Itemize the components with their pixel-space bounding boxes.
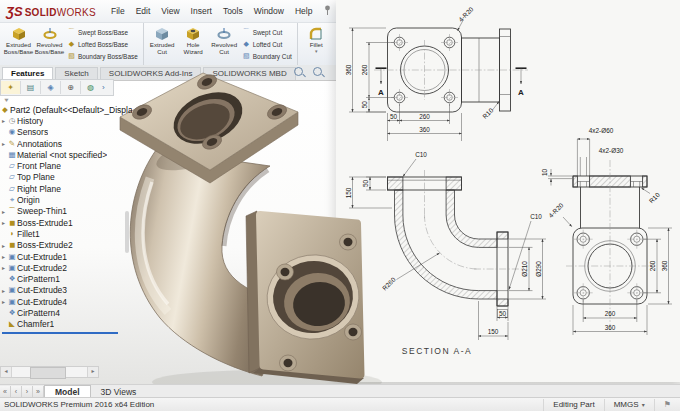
front-flange[interactable] — [246, 211, 364, 384]
tree-item-right-plane[interactable]: ▱Right Plane — [0, 183, 132, 194]
menu-tools[interactable]: Tools — [218, 3, 248, 19]
boundary-cut-icon: ▧ — [242, 52, 251, 60]
revolved-boss-base-button[interactable]: Revolved Boss/Base — [34, 24, 65, 64]
status-bar: SOLIDWORKS Premium 2016 x64 Edition Edit… — [0, 397, 680, 411]
feature-manager-panel: ✦ ▤ ◈ ⊕ ◍ › ▼ ◆ Part2 (Default<<Default>… — [0, 79, 132, 381]
boundary-boss-base-button[interactable]: ▧Boundary Boss/Base — [67, 52, 138, 60]
panel-tab-strip: ✦ ▤ ◈ ⊕ ◍ › — [0, 79, 114, 96]
expand-arrow-icon[interactable]: ▸ — [0, 208, 7, 215]
expand-arrow-icon[interactable]: ▸ — [0, 253, 7, 260]
feature-manager-tab-icon[interactable]: ✦ — [1, 81, 21, 94]
expand-arrow-icon[interactable]: ▸ — [0, 242, 7, 249]
units-selector[interactable]: MMGS ▾ — [604, 399, 654, 411]
dim-4x2-dia60: 4x2-Ø60 — [589, 127, 614, 134]
expand-arrow-icon[interactable]: ▸ — [0, 219, 7, 226]
expand-arrow-icon[interactable]: ▸ — [0, 298, 7, 305]
display-manager-tab-icon[interactable]: ◍ — [81, 81, 100, 94]
lofted-boss-base-button[interactable]: ◆Lofted Boss/Base — [67, 40, 138, 48]
menu-items: File Edit View Insert Tools Window Help — [106, 3, 317, 19]
tree-item-cirpattern4[interactable]: ❖CirPattern4 — [0, 307, 132, 318]
cut-extrude-icon: ▣ — [7, 252, 17, 262]
tree-item-sensors[interactable]: ◉Sensors — [0, 127, 132, 138]
dim-360: 360 — [661, 260, 668, 271]
dim-260: 260 — [649, 260, 656, 271]
dim-4-r20: 4-R20 — [547, 201, 565, 219]
fillet-icon — [308, 26, 324, 42]
menu-file[interactable]: File — [106, 3, 130, 19]
boundary-cut-button[interactable]: ▧Boundary Cut — [242, 52, 292, 60]
tree-item-cut-extrude1[interactable]: ▸▣Cut-Extrude1 — [0, 251, 132, 262]
expand-arrow-icon[interactable]: ▸ — [0, 117, 7, 124]
menu-view[interactable]: View — [156, 3, 184, 19]
swept-boss-base-button[interactable]: ⌒Swept Boss/Base — [67, 28, 138, 36]
feature-tree: ◆ Part2 (Default<<Default>_Displa ▸◷Hist… — [0, 104, 132, 330]
scroll-left-arrow-icon[interactable]: ◂ — [1, 367, 12, 377]
pin-menu-icon[interactable] — [323, 2, 332, 20]
hole-wizard-button[interactable]: Hole Wizard — [178, 24, 209, 64]
tree-item-sweep-thin1[interactable]: ▸⌒Sweep-Thin1 — [0, 206, 132, 217]
property-manager-tab-icon[interactable]: ▤ — [21, 81, 41, 94]
extruded-boss-icon — [11, 26, 27, 42]
filter-funnel-icon[interactable]: ▼ — [3, 98, 132, 104]
edition-label: SOLIDWORKS Premium 2016 x64 Edition — [4, 400, 154, 409]
cut-extrude-icon: ▣ — [7, 263, 17, 273]
dim-r10: R10 — [648, 191, 662, 205]
tree-item-cut-extrude3[interactable]: ▸▣Cut-Extrude3 — [0, 285, 132, 296]
tree-item-boss-extrude2[interactable]: ▸◼Boss-Extrude2 — [0, 240, 132, 251]
drawing-top-flange-view: 4x2-Ø60 4x2-Ø30 10 R10 4-R20 — [541, 127, 673, 335]
configuration-manager-tab-icon[interactable]: ◈ — [41, 81, 61, 94]
chamfer-icon: ◣ — [7, 319, 17, 329]
menu-window[interactable]: Window — [249, 3, 289, 19]
tree-item-top-plane[interactable]: ▱Top Plane — [0, 172, 132, 183]
dim-150: 150 — [488, 328, 499, 335]
status-flag-icon[interactable]: ⚑ — [654, 399, 680, 411]
menu-insert[interactable]: Insert — [186, 3, 217, 19]
tree-item-origin[interactable]: ⌖Origin — [0, 194, 132, 205]
boss-base-group: Extruded Boss/Base Revolved Boss/Base ⌒S… — [0, 23, 144, 65]
annotations-icon: ✎ — [7, 139, 17, 149]
history-icon: ◷ — [7, 116, 17, 126]
tree-item-fillet1[interactable]: ◗Fillet1 — [0, 228, 132, 239]
expand-arrow-icon[interactable]: ▸ — [0, 140, 7, 147]
sweep-icon: ⌒ — [7, 206, 17, 216]
tree-item-cirpattern1[interactable]: ❖CirPattern1 — [0, 273, 132, 284]
expand-arrow-icon[interactable]: ▸ — [0, 264, 7, 271]
tree-item-history[interactable]: ▸◷History — [0, 115, 132, 126]
3d-model-elbow-part[interactable] — [112, 66, 387, 396]
extruded-cut-button[interactable]: Extruded Cut — [147, 24, 178, 64]
lofted-boss-icon: ◆ — [67, 40, 76, 48]
tree-item-material[interactable]: ▦Material <not specified> — [0, 149, 132, 160]
fillet-icon: ◗ — [7, 229, 17, 239]
dimxpert-manager-tab-icon[interactable]: ⊕ — [61, 81, 81, 94]
material-icon: ▦ — [7, 150, 17, 160]
cut-extrude-icon: ▣ — [7, 297, 17, 307]
panel-horizontal-scrollbar[interactable]: ◂ ▸ — [0, 366, 99, 378]
solidworks-window: ƷS SOLID WORKS File Edit View Insert Too… — [0, 0, 680, 411]
tree-item-cut-extrude2[interactable]: ▸▣Cut-Extrude2 — [0, 262, 132, 273]
dim-dia210: Ø210 — [521, 261, 528, 277]
tree-item-cut-extrude4[interactable]: ▸▣Cut-Extrude4 — [0, 296, 132, 307]
menu-help[interactable]: Help — [290, 3, 317, 19]
tree-scrollbar-thumb[interactable] — [125, 211, 129, 253]
expand-arrow-icon[interactable]: ▸ — [0, 287, 7, 294]
extruded-boss-base-button[interactable]: Extruded Boss/Base — [3, 24, 34, 64]
fillet-button[interactable]: Fillet ▾ — [301, 24, 332, 64]
dim-360: 360 — [419, 126, 430, 133]
scrollbar-thumb[interactable] — [30, 367, 66, 379]
tree-root-part[interactable]: ◆ Part2 (Default<<Default>_Displa — [0, 104, 132, 115]
swept-cut-button[interactable]: ⌒Swept Cut — [242, 28, 292, 36]
panel-expand-arrow-icon[interactable]: › — [102, 83, 105, 92]
tree-item-boss-extrude1[interactable]: ▸◼Boss-Extrude1 — [0, 217, 132, 228]
menu-edit[interactable]: Edit — [131, 3, 156, 19]
tree-item-chamfer1[interactable]: ◣Chamfer1 — [0, 319, 132, 330]
revolved-cut-button[interactable]: Revolved Cut — [209, 24, 240, 64]
scroll-right-arrow-icon[interactable]: ▸ — [87, 367, 98, 377]
lofted-cut-button[interactable]: ◆Lofted Cut — [242, 40, 292, 48]
part-icon: ◆ — [0, 105, 10, 115]
tree-item-annotations[interactable]: ▸✎Annotations — [0, 138, 132, 149]
tree-item-front-plane[interactable]: ▱Front Plane — [0, 160, 132, 171]
boss-extrude-icon: ◼ — [7, 218, 17, 228]
cut-group: Extruded Cut Hole Wizard Revolved Cut ⌒S… — [144, 23, 298, 65]
rollback-bar[interactable] — [2, 332, 118, 334]
swept-cut-icon: ⌒ — [242, 28, 251, 36]
